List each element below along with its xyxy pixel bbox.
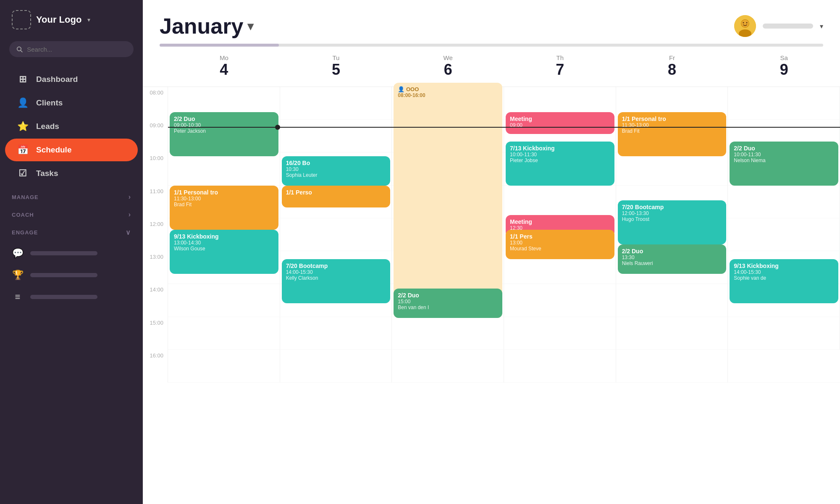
nav-label-tasks: Tasks (36, 169, 58, 178)
day-header-th: Th 7 (504, 47, 616, 87)
engage-item-chat[interactable]: 💬 (0, 242, 143, 264)
event-title: 1/1 Personal tro (622, 116, 722, 122)
section-manage[interactable]: MANAGE › (0, 186, 143, 203)
svg-line-1 (21, 50, 22, 52)
nav-label-leads: Leads (36, 122, 59, 131)
event-fr-0[interactable]: 1/1 Personal tro 11:30-13:00 Brad Fit (618, 112, 727, 156)
event-title: 7/20 Bootcamp (622, 204, 722, 210)
day-num: 8 (616, 61, 728, 78)
event-tu-2[interactable]: 7/20 Bootcamp 14:00-15:30 Kelly Clarkson (282, 259, 391, 303)
event-person: Hugo Troost (622, 216, 722, 222)
event-time: 15:00 (398, 299, 498, 304)
event-tu-0[interactable]: 16/20 Bo 10:30 Sophia Leuter (282, 156, 391, 186)
engage-bar-3 (30, 295, 97, 299)
event-title: Meeting (510, 218, 610, 225)
nav-item-schedule[interactable]: 📅 Schedule (5, 139, 138, 161)
logo-button[interactable]: Your Logo ▾ (0, 10, 143, 41)
progress-fill (160, 44, 279, 47)
nav-label-clients: Clients (36, 98, 63, 108)
event-title: 2/2 Duo (734, 145, 834, 152)
cell-th-3 (504, 186, 616, 218)
event-person: Brad Fit (622, 128, 722, 134)
clients-icon: 👤 (17, 97, 29, 108)
day-num: 9 (728, 61, 840, 78)
event-th-1[interactable]: 7/13 Kickboxing 10:00-11:30 Pieter Jobse (506, 142, 614, 186)
avatar[interactable] (734, 15, 756, 37)
logo-text: Your Logo (36, 14, 81, 25)
event-fr-1[interactable]: 7/20 Bootcamp 12:00-13:30 Hugo Troost (618, 200, 727, 244)
event-title: 2/2 Duo (398, 292, 498, 299)
nav-item-clients[interactable]: 👤 Clients (5, 92, 138, 114)
time-label-8: 16:00 (143, 350, 168, 383)
day-abbr: Mo (168, 54, 280, 61)
nav-item-dashboard[interactable]: ⊞ Dashboard (5, 68, 138, 91)
event-person: Ben van den I (398, 304, 498, 310)
cell-we-7 (392, 317, 504, 350)
event-time: 12:00-13:30 (622, 210, 722, 216)
day-header-mo: Mo 4 (168, 47, 280, 87)
event-person: Peter Jackson (174, 128, 274, 134)
search-input[interactable] (27, 46, 127, 53)
main-content: January ▾ ▾ (143, 0, 840, 504)
event-time: 10:30 (286, 166, 386, 172)
event-person: Wilson Gouse (174, 246, 274, 252)
event-person: Brad Fit (174, 202, 274, 207)
engage-item-list[interactable]: ≡ (0, 286, 143, 308)
day-header-tu: Tu 5 (280, 47, 392, 87)
time-label-7: 15:00 (143, 317, 168, 350)
event-person: Kelly Clarkson (286, 275, 386, 281)
section-engage[interactable]: ENGAGE ∨ (0, 221, 143, 239)
cell-tu-8 (280, 350, 392, 383)
cell-we-8 (392, 350, 504, 383)
day-abbr: Tu (280, 54, 392, 61)
progress-bar (160, 44, 823, 47)
day-abbr: We (392, 54, 504, 61)
logo-chevron-icon: ▾ (87, 16, 90, 23)
engage-item-trophy[interactable]: 🏆 (0, 264, 143, 286)
event-th-3[interactable]: 1/1 Pers 13:00 Mourad Steve (506, 230, 614, 259)
event-th-0[interactable]: Meeting 09:00 (506, 112, 614, 134)
svg-point-7 (746, 22, 748, 24)
event-we-0[interactable]: 👤 OOO 08:00-16:00 ≡ (394, 83, 502, 318)
event-person: Sophie van de (734, 275, 834, 281)
day-abbr: Th (504, 54, 616, 61)
time-label-0: 08:00 (143, 87, 168, 120)
event-we-1[interactable]: 2/2 Duo 15:00 Ben van den I (394, 289, 502, 318)
event-mo-2[interactable]: 9/13 Kickboxing 13:00-14:30 Wilson Gouse (170, 230, 278, 274)
section-coach[interactable]: COACH › (0, 203, 143, 221)
search-icon (16, 45, 23, 53)
event-time: 11:30-13:00 (174, 196, 274, 202)
event-time: 13:00-14:30 (174, 240, 274, 246)
svg-point-5 (741, 20, 749, 27)
cell-mo-8 (168, 350, 280, 383)
nav-label-schedule: Schedule (36, 145, 71, 155)
nav-list: ⊞ Dashboard👤 Clients⭐ Leads📅 Schedule☑ T… (0, 67, 143, 186)
nav-item-leads[interactable]: ⭐ Leads (5, 115, 138, 138)
main-header: January ▾ ▾ (143, 0, 840, 39)
event-mo-1[interactable]: 1/1 Personal tro 11:30-13:00 Brad Fit (170, 186, 278, 230)
cell-sa-4 (728, 218, 840, 251)
event-title: 7/13 Kickboxing (510, 145, 610, 152)
month-chevron-icon[interactable]: ▾ (247, 19, 253, 33)
event-sa-0[interactable]: 2/2 Duo 10:00-11:30 Nelson Niema (730, 142, 838, 186)
cell-sa-3 (728, 186, 840, 218)
time-label-5: 13:00 (143, 251, 168, 284)
event-person: Sophia Leuter (286, 172, 386, 178)
event-sa-1[interactable]: 9/13 Kickboxing 14:00-15:30 Sophie van d… (730, 259, 838, 303)
user-chevron-icon[interactable]: ▾ (820, 22, 823, 30)
time-label-6: 14:00 (143, 284, 168, 317)
time-header-col (143, 47, 168, 87)
day-header-sa: Sa 9 (728, 47, 840, 87)
day-header-fr: Fr 8 (616, 47, 728, 87)
event-mo-0[interactable]: 2/2 Duo 09:00-10:30 Peter Jackson (170, 112, 278, 156)
cell-fr-6 (616, 284, 728, 317)
calendar-container[interactable]: Mo 4Tu 5We 6Th 7Fr 8Sa 908:0009:0010:001… (143, 47, 840, 504)
search-bar[interactable] (9, 41, 134, 57)
day-num: 6 (392, 61, 504, 78)
time-label-2: 10:00 (143, 152, 168, 185)
day-header-we: We 6 (392, 47, 504, 87)
nav-item-tasks[interactable]: ☑ Tasks (5, 162, 138, 185)
event-tu-1[interactable]: 1/1 Perso (282, 186, 391, 207)
header-right: ▾ (734, 15, 823, 37)
event-fr-2[interactable]: 2/2 Duo 13:30 Niels Rauweri (618, 244, 727, 274)
